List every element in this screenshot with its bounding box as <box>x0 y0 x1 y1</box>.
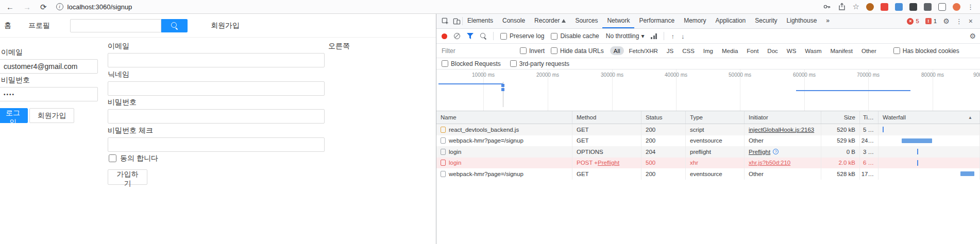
network-request-row[interactable]: react_devtools_backend.js GET 200 script… <box>436 124 980 135</box>
network-request-row-error[interactable]: login POST + Preflight 500 xhr xhr.js?b5… <box>436 158 980 169</box>
column-header-method[interactable]: Method <box>572 111 641 124</box>
browser-menu-kebab[interactable]: ⋮ <box>967 4 974 10</box>
signup-nickname-input[interactable] <box>108 81 325 96</box>
network-overview-timeline[interactable]: 10000 ms 20000 ms 30000 ms 40000 ms 5000… <box>436 69 980 111</box>
timeline-selection-handle[interactable] <box>501 84 504 87</box>
extension-red-icon[interactable] <box>881 3 888 11</box>
export-har-icon[interactable]: ↓ <box>681 33 685 40</box>
nav-home-link[interactable]: 홈 <box>4 21 11 30</box>
bookmark-star-icon[interactable]: ☆ <box>853 2 859 11</box>
filter-input[interactable] <box>442 47 514 55</box>
side-panel-icon[interactable] <box>938 3 946 11</box>
network-request-row[interactable]: login OPTIONS 204 preflight Preflight ? … <box>436 146 980 158</box>
url-text[interactable]: localhost:3060/signup <box>67 3 132 11</box>
tab-recorder[interactable]: Recorder <box>530 14 570 28</box>
network-request-row[interactable]: webpack-hmr?page=/signup GET 200 eventso… <box>436 168 980 180</box>
preflight-info-icon[interactable]: ? <box>773 149 779 154</box>
column-header-time[interactable]: Time <box>860 111 878 124</box>
column-header-waterfall[interactable]: Waterfall ▲ <box>878 111 980 124</box>
column-header-name[interactable]: Name <box>436 111 572 124</box>
network-conditions-icon[interactable] <box>651 33 657 39</box>
filter-pill-other[interactable]: Other <box>858 46 880 55</box>
nav-search-input[interactable] <box>70 19 161 32</box>
network-request-row[interactable]: webpack-hmr?page=/signup GET 200 eventso… <box>436 135 980 147</box>
signup-password-input[interactable] <box>108 109 325 124</box>
disable-cache-checkbox[interactable] <box>551 33 557 40</box>
tab-elements[interactable]: Elements <box>463 14 498 28</box>
import-har-icon[interactable]: ↑ <box>671 33 674 40</box>
filter-pill-ws[interactable]: WS <box>783 46 800 55</box>
filter-pill-doc[interactable]: Doc <box>764 46 781 55</box>
filter-pill-js[interactable]: JS <box>663 46 677 55</box>
filter-pill-media[interactable]: Media <box>718 46 741 55</box>
forward-button[interactable]: → <box>23 3 31 11</box>
clear-button[interactable] <box>454 33 460 39</box>
filter-pill-css[interactable]: CSS <box>679 46 698 55</box>
error-badge[interactable]: × 5 <box>907 18 919 25</box>
invert-checkbox[interactable] <box>520 47 527 54</box>
preserve-log-checkbox[interactable] <box>500 33 507 40</box>
filter-pill-wasm[interactable]: Wasm <box>801 46 825 55</box>
initiator-link[interactable]: injectGlobalHook.js:2163 <box>749 127 814 133</box>
devtools-close-icon[interactable]: × <box>969 18 973 25</box>
tab-application[interactable]: Application <box>711 14 751 28</box>
column-header-type[interactable]: Type <box>686 111 745 124</box>
tab-security[interactable]: Security <box>750 14 782 28</box>
login-password-input[interactable] <box>0 87 98 101</box>
filter-pill-manifest[interactable]: Manifest <box>827 46 856 55</box>
agree-checkbox[interactable] <box>109 154 116 162</box>
has-blocked-cookies-checkbox[interactable] <box>893 47 900 54</box>
timeline-selection-handle[interactable] <box>501 88 504 91</box>
tab-lighthouse[interactable]: Lighthouse <box>782 14 822 28</box>
column-header-initiator[interactable]: Initiator <box>745 111 821 124</box>
address-bar[interactable]: i localhost:3060/signup <box>56 3 132 11</box>
inspect-element-button[interactable] <box>440 14 451 28</box>
extension-blue-icon[interactable] <box>895 3 903 11</box>
devtools-menu-kebab[interactable]: ⋮ <box>956 18 962 25</box>
profile-avatar[interactable] <box>953 3 960 11</box>
record-button[interactable] <box>442 33 447 39</box>
login-button[interactable]: 로그인 <box>0 108 28 123</box>
back-button[interactable]: ← <box>6 3 14 11</box>
site-info-icon[interactable]: i <box>56 3 63 10</box>
extension-dark-icon[interactable] <box>909 3 917 11</box>
network-settings-gear-icon[interactable]: ⚙ <box>969 32 976 40</box>
nav-profile-link[interactable]: 프로필 <box>28 21 50 30</box>
network-search-icon[interactable] <box>480 33 486 39</box>
login-email-input[interactable] <box>0 59 98 74</box>
signup-submit-button[interactable]: 가입하기 <box>108 169 147 185</box>
tab-performance[interactable]: Performance <box>634 14 679 28</box>
third-party-checkbox[interactable] <box>510 60 517 67</box>
issue-badge[interactable]: ! 1 <box>925 18 937 24</box>
login-signup-button[interactable]: 회원가입 <box>29 108 74 123</box>
extension-avatar-icon[interactable] <box>866 3 874 11</box>
nav-search-button[interactable] <box>161 19 188 32</box>
signup-password-check-input[interactable] <box>108 137 325 152</box>
reload-button[interactable]: ⟳ <box>40 3 47 11</box>
filter-pill-all[interactable]: All <box>610 46 624 55</box>
filter-pill-img[interactable]: Img <box>700 46 717 55</box>
extension-stripes-icon[interactable] <box>924 3 932 11</box>
column-header-size[interactable]: Size <box>821 111 860 124</box>
filter-pill-fetch-xhr[interactable]: Fetch/XHR <box>626 46 662 55</box>
tab-memory[interactable]: Memory <box>679 14 711 28</box>
throttling-select[interactable]: No throttling ▾ <box>606 32 645 40</box>
password-key-icon[interactable] <box>823 3 831 11</box>
more-tabs-chevron[interactable]: » <box>821 14 834 28</box>
signup-email-input[interactable] <box>108 53 325 67</box>
column-header-status[interactable]: Status <box>641 111 686 124</box>
filter-pill-font[interactable]: Font <box>743 46 762 55</box>
blocked-requests-checkbox[interactable] <box>442 60 448 67</box>
initiator-link[interactable]: Preflight <box>749 149 770 155</box>
hide-data-urls-checkbox[interactable] <box>551 47 557 54</box>
initiator-link[interactable]: xhr.js?b50d:210 <box>749 160 790 166</box>
devtools-settings-gear-icon[interactable]: ⚙ <box>943 18 950 25</box>
share-icon[interactable] <box>838 3 846 11</box>
tab-network[interactable]: Network <box>602 14 634 28</box>
filter-toggle-icon[interactable] <box>467 33 474 39</box>
nav-signup-link[interactable]: 회원가입 <box>211 21 240 30</box>
tab-console[interactable]: Console <box>498 14 530 28</box>
tab-sources[interactable]: Sources <box>570 14 602 28</box>
device-toolbar-button[interactable] <box>451 14 462 28</box>
preflight-link[interactable]: Preflight <box>598 160 619 166</box>
